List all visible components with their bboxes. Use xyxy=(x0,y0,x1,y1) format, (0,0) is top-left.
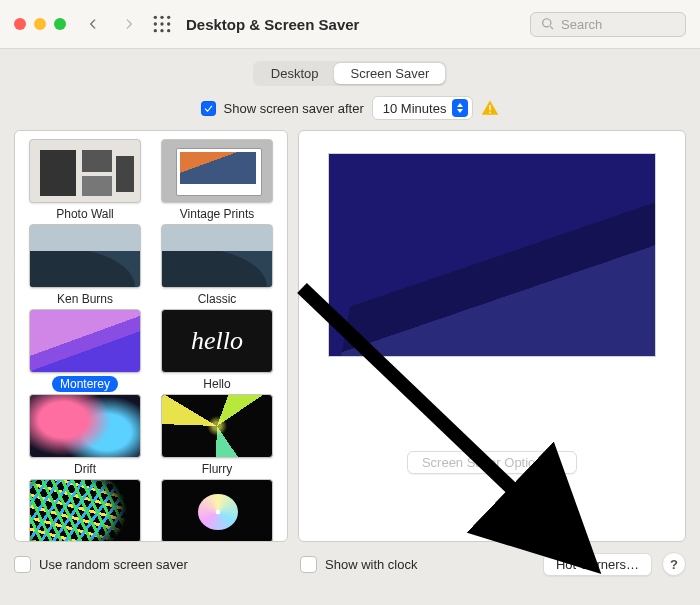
show-all-icon[interactable] xyxy=(152,14,172,34)
search-icon xyxy=(541,17,555,31)
svg-rect-9 xyxy=(490,105,492,110)
screensaver-label: Ken Burns xyxy=(49,291,121,307)
screensaver-thumb-monterey xyxy=(29,309,141,373)
show-with-clock-checkbox[interactable] xyxy=(300,556,317,573)
screensaver-item-vintage-prints[interactable]: Vintage Prints xyxy=(153,139,281,222)
svg-point-3 xyxy=(154,22,157,25)
screensaver-item-arabesque[interactable]: Arabesque xyxy=(21,479,149,542)
screensaver-label: Drift xyxy=(66,461,104,477)
forward-button[interactable] xyxy=(116,11,142,37)
tab-group: Desktop Screen Saver xyxy=(253,61,447,86)
checkmark-icon xyxy=(203,103,214,114)
preview-thumbnail xyxy=(328,153,656,357)
screensaver-thumb-shell xyxy=(161,479,273,542)
screensaver-thumb-hello: hello xyxy=(161,309,273,373)
svg-point-0 xyxy=(154,16,157,19)
tab-desktop[interactable]: Desktop xyxy=(255,63,335,84)
help-button[interactable]: ? xyxy=(662,552,686,576)
screensaver-thumb-ken-burns xyxy=(29,224,141,288)
screensaver-thumb-classic xyxy=(161,224,273,288)
show-after-label: Show screen saver after xyxy=(224,101,364,116)
svg-point-8 xyxy=(167,29,170,32)
random-label: Use random screen saver xyxy=(39,557,188,572)
screensaver-item-monterey[interactable]: Monterey xyxy=(21,309,149,392)
screensaver-item-drift[interactable]: Drift xyxy=(21,394,149,477)
svg-point-2 xyxy=(167,16,170,19)
screensaver-label: Vintage Prints xyxy=(172,206,263,222)
minimize-window-button[interactable] xyxy=(34,18,46,30)
screensaver-list[interactable]: Photo WallVintage PrintsKen BurnsClassic… xyxy=(14,130,288,542)
preview-pane: Screen Saver Options… xyxy=(298,130,686,542)
screensaver-item-classic[interactable]: Classic xyxy=(153,224,281,307)
screensaver-thumb-vintage-prints xyxy=(161,139,273,203)
tab-screen-saver[interactable]: Screen Saver xyxy=(334,63,445,84)
svg-point-4 xyxy=(160,22,163,25)
svg-rect-10 xyxy=(490,112,492,114)
svg-point-1 xyxy=(160,16,163,19)
close-window-button[interactable] xyxy=(14,18,26,30)
screensaver-thumb-drift xyxy=(29,394,141,458)
back-button[interactable] xyxy=(80,11,106,37)
hot-corners-button[interactable]: Hot Corners… xyxy=(543,553,652,576)
screensaver-label: Monterey xyxy=(52,376,118,392)
screen-saver-options-button[interactable]: Screen Saver Options… xyxy=(407,451,577,474)
screensaver-thumb-photo-wall xyxy=(29,139,141,203)
window-title: Desktop & Screen Saver xyxy=(186,16,359,33)
search-placeholder: Search xyxy=(561,17,602,32)
screensaver-label: Classic xyxy=(190,291,245,307)
window-controls xyxy=(14,18,66,30)
screensaver-thumb-flurry xyxy=(161,394,273,458)
show-after-row: Show screen saver after 10 Minutes xyxy=(14,96,686,120)
screensaver-item-flurry[interactable]: Flurry xyxy=(153,394,281,477)
screensaver-thumb-arabesque xyxy=(29,479,141,542)
screensaver-label: Hello xyxy=(195,376,238,392)
random-checkbox[interactable] xyxy=(14,556,31,573)
svg-point-5 xyxy=(167,22,170,25)
bottom-bar: Use random screen saver Show with clock … xyxy=(14,552,686,576)
stepper-icon xyxy=(452,99,468,117)
screensaver-item-photo-wall[interactable]: Photo Wall xyxy=(21,139,149,222)
show-after-popup[interactable]: 10 Minutes xyxy=(372,96,474,120)
screensaver-item-hello[interactable]: helloHello xyxy=(153,309,281,392)
svg-point-6 xyxy=(154,29,157,32)
window-toolbar: Desktop & Screen Saver Search xyxy=(0,0,700,49)
screensaver-label: Flurry xyxy=(194,461,241,477)
screensaver-item-shell[interactable]: Shell xyxy=(153,479,281,542)
search-field[interactable]: Search xyxy=(530,12,686,37)
screensaver-item-ken-burns[interactable]: Ken Burns xyxy=(21,224,149,307)
svg-point-7 xyxy=(160,29,163,32)
screensaver-label: Photo Wall xyxy=(48,206,122,222)
show-after-value: 10 Minutes xyxy=(383,101,447,116)
zoom-window-button[interactable] xyxy=(54,18,66,30)
show-after-checkbox[interactable] xyxy=(201,101,216,116)
warning-icon xyxy=(481,99,499,117)
show-with-clock-label: Show with clock xyxy=(325,557,417,572)
